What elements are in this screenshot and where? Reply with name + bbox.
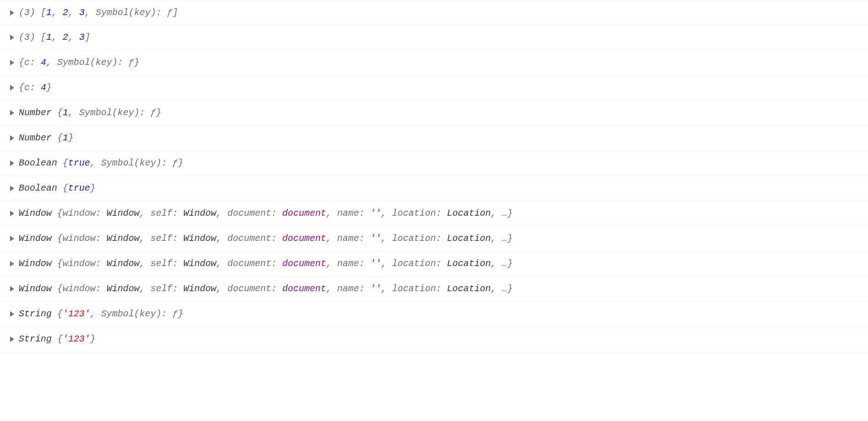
console-row[interactable]: String {'123'} <box>0 327 868 352</box>
token: , <box>326 208 337 218</box>
expand-arrow-icon[interactable] <box>10 261 14 266</box>
console-row[interactable]: Boolean {true, Symbol(key): ƒ} <box>0 151 868 176</box>
token: , <box>52 32 63 43</box>
expand-arrow-icon[interactable] <box>10 160 14 166</box>
token: [ <box>41 7 46 18</box>
expand-arrow-icon[interactable] <box>10 35 14 40</box>
console-row-content: Window {window: Window, self: Window, do… <box>19 257 513 270</box>
expand-arrow-icon[interactable] <box>10 135 14 141</box>
token: document <box>282 233 326 244</box>
token: , <box>68 107 79 118</box>
console-row[interactable]: Boolean {true} <box>0 176 868 201</box>
token: String <box>19 309 57 319</box>
expand-arrow-icon[interactable] <box>10 186 14 191</box>
token: { <box>19 82 24 93</box>
token: , <box>216 233 227 244</box>
console-row-content: Number {1} <box>19 132 74 144</box>
token: name: <box>337 208 370 218</box>
token: document: <box>227 258 282 269</box>
expand-arrow-icon[interactable] <box>10 60 14 65</box>
console-row-content: Number {1, Symbol(key): ƒ} <box>19 107 161 119</box>
token: window: <box>63 258 107 269</box>
token: 1 <box>63 133 68 143</box>
token: Symbol(key): <box>57 57 129 68</box>
console-row[interactable]: {c: 4, Symbol(key): ƒ} <box>0 50 868 75</box>
token: ƒ <box>172 309 178 319</box>
token: ] <box>85 32 90 43</box>
console-row[interactable]: Number {1, Symbol(key): ƒ} <box>0 101 868 126</box>
console-row[interactable]: String {'123', Symbol(key): ƒ} <box>0 302 868 327</box>
token: Window <box>183 283 216 294</box>
expand-arrow-icon[interactable] <box>10 311 14 317</box>
token: document <box>282 283 326 294</box>
console-row[interactable]: {c: 4} <box>0 75 868 101</box>
token: , …} <box>491 283 513 294</box>
token: true <box>68 183 90 193</box>
token: { <box>63 158 68 168</box>
token: , <box>216 258 227 269</box>
token: , …} <box>491 233 513 244</box>
expand-arrow-icon[interactable] <box>10 10 14 16</box>
token: Location <box>447 258 491 269</box>
console-row[interactable]: (3) [1, 2, 3] <box>0 25 868 50</box>
console-row-content: {c: 4} <box>19 81 52 94</box>
token: Window <box>183 233 216 244</box>
token: , <box>68 32 79 43</box>
token: name: <box>337 283 370 294</box>
token: Boolean <box>19 158 63 168</box>
token: , …} <box>491 258 513 269</box>
token: name: <box>337 258 370 269</box>
token: , <box>46 57 57 68</box>
console-row[interactable]: (3) [1, 2, 3, Symbol(key): ƒ] <box>0 0 868 25</box>
token: Window <box>19 283 57 294</box>
token: String <box>19 334 57 344</box>
token: '123' <box>63 334 90 344</box>
token: Symbol(key): <box>101 309 172 319</box>
expand-arrow-icon[interactable] <box>10 211 14 216</box>
token: ( <box>19 32 24 43</box>
token: 3 <box>24 32 30 43</box>
token: Window <box>19 233 57 244</box>
expand-arrow-icon[interactable] <box>10 336 14 342</box>
token: ƒ <box>172 158 178 168</box>
token: c: <box>24 82 41 93</box>
token: document: <box>227 233 282 244</box>
token: Window <box>107 208 139 218</box>
console-row-content: Window {window: Window, self: Window, do… <box>19 207 513 220</box>
token: Window <box>19 258 57 269</box>
expand-arrow-icon[interactable] <box>10 85 14 91</box>
expand-arrow-icon[interactable] <box>10 236 14 241</box>
expand-arrow-icon[interactable] <box>10 110 14 116</box>
token: self: <box>150 208 183 218</box>
token: , <box>90 309 101 319</box>
token: Location <box>447 233 491 244</box>
token: { <box>63 183 68 193</box>
token: { <box>19 57 24 68</box>
token: true <box>68 158 90 168</box>
token: 3 <box>79 32 85 43</box>
token: { <box>57 233 63 244</box>
token: ( <box>19 7 24 18</box>
token: } <box>46 82 52 93</box>
console-row[interactable]: Window {window: Window, self: Window, do… <box>0 251 868 277</box>
token: location: <box>392 258 447 269</box>
console-row[interactable]: Window {window: Window, self: Window, do… <box>0 226 868 251</box>
token: } <box>134 57 139 68</box>
token: , <box>381 233 392 244</box>
token: , <box>139 233 150 244</box>
console-row[interactable]: Window {window: Window, self: Window, do… <box>0 201 868 226</box>
token: Window <box>107 258 139 269</box>
token: , <box>216 208 227 218</box>
token: 1 <box>46 32 52 43</box>
token: , <box>85 7 96 18</box>
console-row[interactable]: Window {window: Window, self: Window, do… <box>0 277 868 302</box>
console-row[interactable]: Number {1} <box>0 126 868 151</box>
console-output: (3) [1, 2, 3, Symbol(key): ƒ](3) [1, 2, … <box>0 0 868 352</box>
console-row-content: (3) [1, 2, 3] <box>19 31 90 44</box>
token: { <box>57 208 63 218</box>
token: self: <box>150 233 183 244</box>
console-row-content: String {'123'} <box>19 333 96 346</box>
token: , <box>139 283 150 294</box>
expand-arrow-icon[interactable] <box>10 286 14 292</box>
token: Symbol(key): <box>96 7 167 18</box>
